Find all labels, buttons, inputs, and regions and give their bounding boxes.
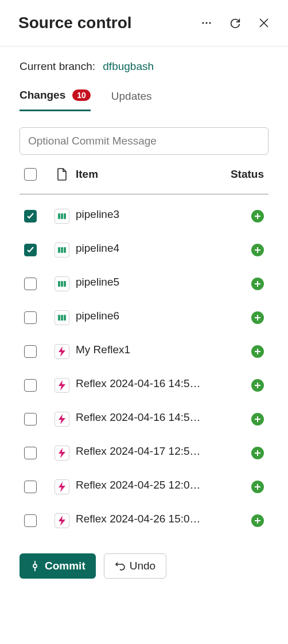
table-body: pipeline3pipeline4pipeline5pipeline6My R… [20,199,268,537]
table-header: Item Status [20,155,268,194]
refresh-button[interactable] [228,16,242,30]
reflex-icon [55,479,69,494]
row-status-cell [229,413,264,426]
pipeline-icon [55,310,69,325]
row-icon-cell [49,412,75,427]
row-item-cell[interactable]: Reflex 2024-04-26 15:0… [75,513,229,528]
row-icon-cell [49,378,75,393]
commit-icon [30,561,40,571]
row-item-cell[interactable]: Reflex 2024-04-25 12:0… [75,479,229,494]
item-name: pipeline6 [76,310,119,322]
tab-updates[interactable]: Updates [111,89,152,111]
row-status-cell [229,278,264,290]
row-check-cell [24,278,49,290]
row-checkbox[interactable] [24,311,37,324]
pipeline-icon [55,243,69,257]
status-added-icon [251,514,264,527]
changes-table: Item Status pipeline3pipeline4pipeline5p… [0,155,288,537]
row-check-cell [24,210,49,223]
pipeline-icon [55,209,69,224]
row-checkbox[interactable] [24,514,37,527]
status-added-icon [251,210,264,223]
item-name: Reflex 2024-04-26 15:0… [76,513,201,525]
svg-rect-11 [64,281,66,287]
row-item-cell[interactable]: Reflex 2024-04-16 14:5… [75,377,229,393]
status-added-icon [251,244,264,256]
reflex-icon [55,513,69,528]
select-all-cell [24,168,49,181]
row-icon-cell [49,344,75,359]
svg-rect-5 [64,213,66,219]
reflex-icon [55,378,69,393]
table-row: pipeline3 [20,199,268,233]
select-all-checkbox[interactable] [24,168,37,181]
row-status-cell [229,345,264,358]
row-checkbox[interactable] [24,244,37,256]
close-button[interactable] [257,16,271,30]
row-item-cell[interactable]: pipeline5 [75,276,229,291]
row-checkbox[interactable] [24,210,37,223]
row-checkbox[interactable] [24,413,37,426]
item-name: Reflex 2024-04-16 14:5… [76,377,201,390]
reflex-icon [55,412,69,427]
row-icon-cell [49,479,75,494]
table-row: My Reflex1 [20,334,268,368]
table-row: pipeline4 [20,233,268,267]
row-checkbox[interactable] [24,278,37,290]
row-icon-cell [49,209,75,224]
row-checkbox[interactable] [24,481,37,493]
svg-point-1 [205,22,207,24]
undo-button[interactable]: Undo [104,553,166,579]
row-check-cell [24,447,49,459]
icon-column-header [49,167,75,181]
undo-icon [115,561,125,571]
panel-header: Source control [0,0,288,46]
footer-buttons: Commit Undo [0,537,288,595]
row-item-cell[interactable]: Reflex 2024-04-17 12:5… [75,445,229,460]
changes-count-badge: 10 [72,89,91,101]
more-options-button[interactable] [200,16,213,30]
item-name: My Reflex1 [76,344,130,356]
status-added-icon [251,278,264,290]
commit-button-label: Commit [45,560,85,572]
svg-rect-3 [58,213,60,219]
row-check-cell [24,311,49,324]
item-name: Reflex 2024-04-16 14:5… [76,411,201,424]
row-icon-cell [49,310,75,325]
tab-changes[interactable]: Changes 10 [20,89,91,111]
reflex-icon [55,446,69,460]
status-added-icon [251,379,264,392]
row-status-cell [229,447,264,459]
item-name: pipeline3 [76,208,119,221]
commit-message-input[interactable] [20,127,268,155]
status-column-header[interactable]: Status [229,168,264,181]
branch-label: Current branch: [20,60,95,72]
row-item-cell[interactable]: pipeline4 [75,242,229,257]
svg-point-15 [33,564,37,568]
svg-rect-8 [64,247,66,253]
status-added-icon [251,481,264,493]
status-added-icon [251,447,264,459]
close-icon [258,17,270,29]
row-checkbox[interactable] [24,379,37,392]
row-icon-cell [49,446,75,460]
commit-button[interactable]: Commit [20,553,96,579]
row-status-cell [229,481,264,493]
svg-rect-12 [58,315,60,321]
file-icon [56,167,68,181]
row-checkbox[interactable] [24,447,37,459]
row-item-cell[interactable]: My Reflex1 [75,344,229,359]
item-column-header[interactable]: Item [75,168,229,181]
row-status-cell [229,210,264,223]
row-checkbox[interactable] [24,345,37,358]
row-item-cell[interactable]: pipeline3 [75,208,229,224]
item-name: Reflex 2024-04-25 12:0… [76,479,201,491]
row-item-cell[interactable]: pipeline6 [75,310,229,325]
table-row: Reflex 2024-04-16 14:5… [20,402,268,436]
item-name: pipeline4 [76,242,119,255]
row-status-cell [229,379,264,392]
svg-rect-9 [58,281,60,287]
refresh-icon [229,17,242,29]
branch-name[interactable]: dfbugbash [103,60,154,72]
row-item-cell[interactable]: Reflex 2024-04-16 14:5… [75,411,229,427]
